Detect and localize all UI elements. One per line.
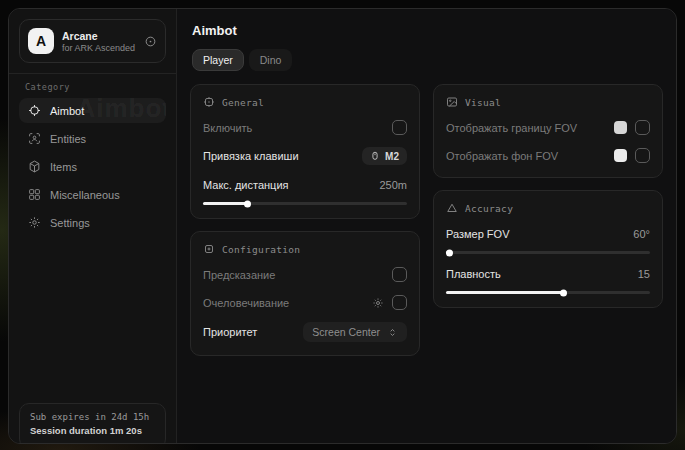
sidebar-item-items[interactable]: Items <box>19 154 166 179</box>
tab-bar: Player Dino <box>190 49 663 71</box>
configuration-card-header: Configuration <box>203 243 407 255</box>
smoothness-value: 15 <box>638 268 650 280</box>
configuration-card: Configuration Предсказание Очеловечивани… <box>190 231 420 356</box>
general-card: General Включить Привязка клавиши M2 <box>190 84 420 219</box>
crosshair-icon <box>28 104 41 117</box>
priority-label: Приоритет <box>203 326 303 338</box>
left-column: General Включить Привязка клавиши M2 <box>190 84 420 356</box>
card-title: Configuration <box>222 244 300 255</box>
accuracy-card: Accuracy Размер FOV 60° Плавность 15 <box>433 190 663 308</box>
fov-size-label: Размер FOV <box>446 228 633 240</box>
fov-border-color-swatch[interactable] <box>614 121 627 134</box>
sidebar-spacer <box>9 235 176 403</box>
triangle-icon <box>446 202 458 214</box>
distance-label: Макс. дистанция <box>203 179 379 191</box>
sidebar-item-label: Items <box>50 161 77 173</box>
smoothness-row: Плавность 15 <box>446 265 650 282</box>
sidebar-item-settings[interactable]: Settings <box>19 210 166 235</box>
keybind-value: M2 <box>385 151 399 162</box>
humanize-label: Очеловечивание <box>203 297 372 309</box>
tab-dino[interactable]: Dino <box>249 49 293 71</box>
mouse-icon <box>370 150 380 162</box>
session-info: Sub expires in 24d 15h Session duration … <box>19 403 166 444</box>
sidebar-item-label: Aimbot <box>50 105 84 117</box>
smoothness-label: Плавность <box>446 268 638 280</box>
prediction-checkbox[interactable] <box>392 267 407 282</box>
app-name: Arcane <box>62 30 136 42</box>
fov-size-value: 60° <box>633 228 650 240</box>
fov-bg-checkbox[interactable] <box>635 148 650 163</box>
visual-card: Visual Отображать границу FOV Отображать… <box>433 84 663 178</box>
category-label: Category <box>9 80 176 98</box>
app-logo: A <box>28 28 54 54</box>
smoothness-slider[interactable] <box>446 291 650 294</box>
sliders-icon <box>203 243 215 255</box>
chevrons-up-down-icon <box>387 327 398 338</box>
app-subtitle: for ARK Ascended <box>62 43 136 53</box>
priority-row: Приоритет Screen Center <box>203 322 407 342</box>
general-card-header: General <box>203 96 407 108</box>
card-title: General <box>222 97 264 108</box>
distance-row: Макс. дистанция 250m <box>203 176 407 193</box>
enable-row: Включить <box>203 119 407 136</box>
sub-expires-text: Sub expires in 24d 15h <box>30 412 155 422</box>
card-title: Visual <box>465 97 501 108</box>
app-title-block: Arcane for ARK Ascended <box>62 30 136 53</box>
keybind-label: Привязка клавиши <box>203 150 362 162</box>
fov-bg-color-swatch[interactable] <box>614 149 627 162</box>
accuracy-card-header: Accuracy <box>446 202 650 214</box>
prediction-label: Предсказание <box>203 269 392 281</box>
distance-slider[interactable] <box>203 202 407 205</box>
sidebar-item-label: Settings <box>50 217 90 229</box>
smoothness-slider-fill <box>446 291 564 294</box>
grid-icon <box>28 188 41 201</box>
sidebar-item-miscellaneous[interactable]: Miscellaneous <box>19 182 166 207</box>
tab-player[interactable]: Player <box>192 49 244 71</box>
humanize-checkbox[interactable] <box>392 295 407 310</box>
humanize-row: Очеловечивание <box>203 294 407 311</box>
distance-slider-fill <box>203 202 248 205</box>
main-panel: Aimbot Player Dino General Включить <box>177 9 676 443</box>
app-header: A Arcane for ARK Ascended <box>19 19 166 63</box>
priority-select-value: Screen Center <box>312 326 380 338</box>
fov-size-slider[interactable] <box>446 251 650 254</box>
sidebar-item-aimbot[interactable]: Aimbot Aimbot <box>19 98 166 123</box>
scan-person-icon <box>28 132 41 145</box>
sidebar: A Arcane for ARK Ascended Category Aimbo… <box>9 9 177 443</box>
keybind-row: Привязка клавиши M2 <box>203 147 407 165</box>
fov-size-row: Размер FOV 60° <box>446 225 650 242</box>
enable-label: Включить <box>203 122 392 134</box>
sidebar-item-entities[interactable]: Entities <box>19 126 166 151</box>
active-item-watermark: Aimbot <box>76 98 166 123</box>
sidebar-nav: Aimbot Aimbot Entities Items Miscellane <box>9 98 176 235</box>
fov-bg-row: Отображать фон FOV <box>446 147 650 164</box>
fov-border-label: Отображать границу FOV <box>446 122 614 134</box>
distance-value: 250m <box>379 179 407 191</box>
sidebar-item-label: Entities <box>50 133 86 145</box>
package-icon <box>28 160 41 173</box>
session-duration-text: Session duration 1m 20s <box>30 425 155 436</box>
fov-border-checkbox[interactable] <box>635 120 650 135</box>
gear-icon[interactable] <box>372 297 384 309</box>
image-icon <box>446 96 458 108</box>
keybind-button[interactable]: M2 <box>362 147 407 165</box>
enable-checkbox[interactable] <box>392 120 407 135</box>
priority-select[interactable]: Screen Center <box>303 322 407 342</box>
app-window: A Arcane for ARK Ascended Category Aimbo… <box>8 8 677 444</box>
right-column: Visual Отображать границу FOV Отображать… <box>433 84 663 308</box>
focus-icon <box>203 96 215 108</box>
sidebar-divider <box>9 73 176 74</box>
card-title: Accuracy <box>465 203 513 214</box>
sidebar-item-label: Miscellaneous <box>50 189 120 201</box>
fov-size-slider-fill <box>446 251 450 254</box>
fov-border-row: Отображать границу FOV <box>446 119 650 136</box>
card-columns: General Включить Привязка клавиши M2 <box>190 84 663 356</box>
fov-bg-label: Отображать фон FOV <box>446 150 614 162</box>
target-icon[interactable] <box>144 35 157 48</box>
prediction-row: Предсказание <box>203 266 407 283</box>
page-title: Aimbot <box>190 23 663 38</box>
visual-card-header: Visual <box>446 96 650 108</box>
gear-icon <box>28 216 41 229</box>
